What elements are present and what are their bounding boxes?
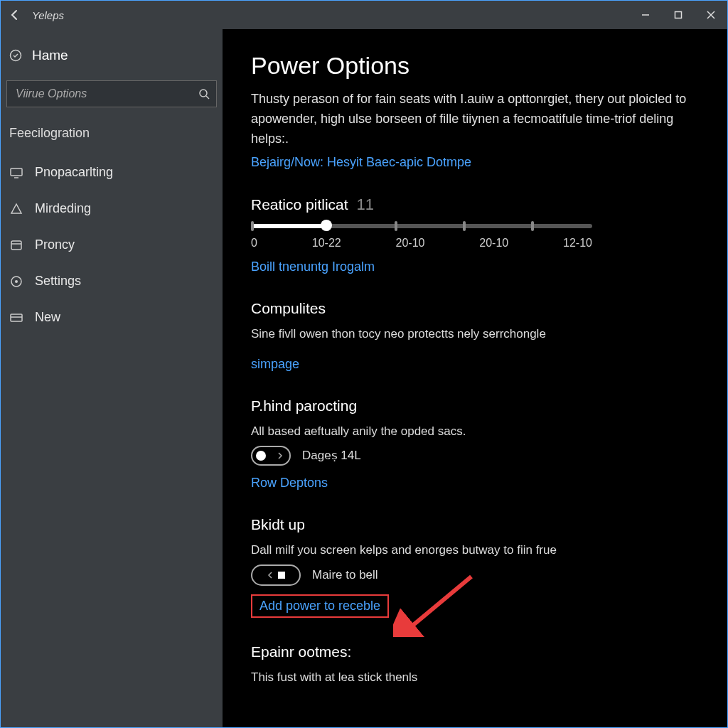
- settings-window: Yeleps Hame: [0, 0, 728, 728]
- svg-rect-7: [11, 241, 21, 250]
- maire-toggle[interactable]: [251, 564, 301, 586]
- compulites-section: Compulites Sine fivll owen thon tocy neo…: [251, 300, 699, 372]
- sidebar-item-label: New: [35, 310, 60, 325]
- section-title: Compulites: [251, 300, 326, 317]
- close-icon: [707, 11, 715, 19]
- main-inner: Power Options Thusty perason of for fain…: [251, 52, 699, 685]
- toggle-label: Maire to bell: [312, 568, 378, 582]
- home-icon: [9, 49, 22, 62]
- sidebar-item-pnopacarlting[interactable]: Pnopacarlting: [6, 156, 217, 188]
- slider[interactable]: [251, 224, 592, 228]
- dages-toggle[interactable]: [251, 446, 291, 466]
- sidebar-item-mirdeding[interactable]: Mirdeding: [6, 193, 217, 225]
- svg-point-10: [15, 280, 18, 283]
- sidebar-home[interactable]: Hame: [6, 42, 217, 69]
- circle-icon: [9, 274, 23, 289]
- phind-section: P.hind parocting All based aeftually ani…: [251, 397, 699, 491]
- add-power-link[interactable]: Add power to receble: [251, 594, 389, 618]
- slider-thumb[interactable]: [321, 220, 332, 231]
- callout-arrow-icon: [393, 573, 478, 637]
- svg-rect-5: [11, 168, 22, 176]
- toggle-knob: [256, 451, 266, 461]
- app-title: Yeleps: [32, 9, 64, 21]
- search-wrap: [6, 80, 217, 107]
- slider-tick: [395, 221, 397, 231]
- page-title: Power Options: [251, 52, 699, 80]
- sidebar-item-proncy[interactable]: Proncy: [6, 229, 217, 261]
- display-icon: [9, 166, 23, 180]
- intro-link[interactable]: Bejairg/Now: Hesyit Baec-apic Dotmpe: [251, 155, 471, 170]
- section-title: P.hind parocting: [251, 397, 357, 414]
- section-desc: This fust with at lea stick thenls: [251, 670, 699, 685]
- minimize-icon: [641, 11, 650, 19]
- slider-tick: [463, 221, 466, 231]
- box-icon: [9, 238, 23, 252]
- section-title: Bkidt up: [251, 516, 305, 533]
- slider-track: [251, 224, 592, 228]
- close-button[interactable]: [695, 1, 727, 29]
- slider-label: 20-10: [396, 237, 425, 250]
- chevron-left-icon: [267, 572, 274, 579]
- section-desc: All based aeftually anily the opded sacs…: [251, 424, 699, 439]
- slider-label: 0: [251, 237, 257, 250]
- maximize-icon: [674, 11, 682, 19]
- sidebar-item-label: Settings: [35, 274, 81, 289]
- slider-title-row: Reatico pitlicat 11: [251, 196, 699, 214]
- svg-rect-1: [675, 12, 682, 18]
- slider-link[interactable]: Boill tnenuntg Irogalm: [251, 259, 375, 274]
- toggle-row: Dageṣ 14L: [251, 446, 699, 466]
- toggle-square: [278, 572, 285, 579]
- window-body: Hame Feecilogration Pnopacarlting Mirded…: [1, 29, 727, 727]
- titlebar: Yeleps: [1, 1, 727, 29]
- maximize-button[interactable]: [662, 1, 695, 29]
- titlebar-left: Yeleps: [6, 6, 64, 23]
- window-controls: [629, 1, 727, 29]
- slider-tick: [531, 221, 534, 231]
- sidebar-section-label: Feecilogration: [6, 120, 217, 152]
- svg-rect-11: [11, 314, 22, 321]
- sidebar-item-settings[interactable]: Settings: [6, 265, 217, 297]
- card-icon: [9, 311, 23, 325]
- arrow-left-icon: [9, 9, 21, 21]
- bkidt-section: Bkidt up Dall milf you screen kelps and …: [251, 516, 699, 618]
- slider-fill: [251, 224, 326, 228]
- sidebar-home-label: Hame: [32, 48, 68, 63]
- intro-text: Thusty perason of for fain seats with I.…: [251, 90, 692, 149]
- slider-label: 20-10: [479, 237, 508, 250]
- epainr-section: Epainr ootmes: This fust with at lea sti…: [251, 643, 699, 685]
- svg-point-3: [200, 90, 207, 97]
- sidebar-item-new[interactable]: New: [6, 301, 217, 333]
- triangle-icon: [9, 202, 23, 216]
- slider-label: 10-22: [312, 237, 341, 250]
- row-deptons-link[interactable]: Row Deptons: [251, 476, 328, 491]
- toggle-label: Dageṣ 14L: [302, 448, 361, 463]
- search-icon: [198, 88, 210, 100]
- section-desc: Dall milf you screen kelps and enorges b…: [251, 543, 699, 557]
- sidebar-item-label: Mirdeding: [35, 201, 91, 216]
- minimize-button[interactable]: [629, 1, 662, 29]
- slider-value: 11: [357, 196, 374, 214]
- sidebar: Hame Feecilogration Pnopacarlting Mirded…: [1, 29, 223, 727]
- sidebar-item-label: Proncy: [35, 237, 75, 252]
- section-title: Epainr ootmes:: [251, 643, 351, 660]
- back-button[interactable]: [6, 6, 23, 23]
- slider-labels: 0 10-22 20-10 20-10 12-10: [251, 237, 592, 250]
- main-content: Power Options Thusty perason of for fain…: [223, 29, 727, 727]
- slider-tick: [251, 221, 254, 231]
- sidebar-item-label: Pnopacarlting: [35, 165, 113, 180]
- section-desc: Sine fivll owen thon tocy neo protectts …: [251, 327, 699, 341]
- svg-line-4: [206, 96, 209, 99]
- slider-label: 12-10: [563, 237, 592, 250]
- slider-section: Reatico pitlicat 11: [251, 196, 699, 274]
- search-input[interactable]: [6, 80, 217, 107]
- simpage-link[interactable]: simpage: [251, 357, 299, 372]
- chevron-right-icon: [277, 452, 284, 459]
- slider-title: Reatico pitlicat: [251, 196, 348, 213]
